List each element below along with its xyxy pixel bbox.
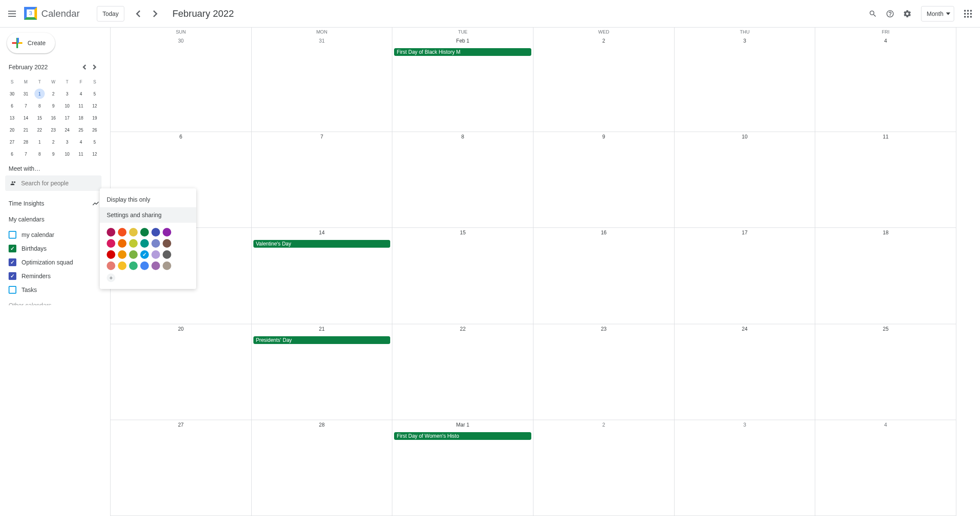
color-swatch[interactable]: [107, 228, 115, 236]
mini-day[interactable]: 18: [74, 112, 88, 124]
color-swatch[interactable]: [163, 228, 171, 236]
mini-day[interactable]: 11: [74, 148, 88, 160]
calendar-item[interactable]: Birthdays: [5, 242, 102, 255]
color-swatch[interactable]: [118, 239, 126, 248]
day-cell[interactable]: 15: [392, 228, 533, 323]
calendar-checkbox[interactable]: [9, 231, 16, 239]
mini-day[interactable]: 15: [33, 112, 46, 124]
color-swatch[interactable]: [107, 250, 115, 259]
menu-display-only[interactable]: Display this only: [100, 192, 196, 207]
day-cell[interactable]: 27: [111, 420, 252, 516]
color-swatch[interactable]: [163, 250, 171, 259]
mini-day[interactable]: 6: [5, 148, 19, 160]
day-cell[interactable]: 21Presidents' Day: [252, 324, 393, 420]
color-swatch[interactable]: [107, 239, 115, 248]
mini-day[interactable]: 5: [88, 88, 102, 100]
mini-day[interactable]: 16: [46, 112, 60, 124]
mini-day[interactable]: 7: [19, 100, 33, 112]
day-cell[interactable]: 18: [815, 228, 956, 323]
mini-day[interactable]: 8: [33, 100, 46, 112]
mini-day[interactable]: 14: [19, 112, 33, 124]
mini-day[interactable]: 7: [19, 148, 33, 160]
mini-day[interactable]: 2: [46, 136, 60, 148]
today-button[interactable]: Today: [97, 6, 124, 22]
calendar-item[interactable]: Reminders: [5, 269, 102, 283]
settings-button[interactable]: [899, 5, 916, 22]
mini-day[interactable]: 5: [88, 136, 102, 148]
color-swatch[interactable]: [129, 261, 138, 270]
event-chip[interactable]: First Day of Black History M: [394, 48, 531, 56]
day-cell[interactable]: 24: [675, 324, 816, 420]
day-cell[interactable]: Feb 1First Day of Black History M: [392, 36, 533, 132]
color-swatch[interactable]: [107, 261, 115, 270]
event-chip[interactable]: Valentine's Day: [253, 240, 391, 248]
day-cell[interactable]: 9: [533, 132, 675, 227]
mini-day[interactable]: 1: [33, 136, 46, 148]
calendar-item[interactable]: Tasks: [5, 283, 102, 297]
mini-day[interactable]: 4: [74, 88, 88, 100]
time-insights-row[interactable]: Time Insights: [5, 196, 102, 211]
color-swatch[interactable]: [118, 228, 126, 236]
day-cell[interactable]: 8: [392, 132, 533, 227]
search-people-field[interactable]: [5, 175, 102, 191]
color-swatch[interactable]: [140, 261, 149, 270]
day-cell[interactable]: 30: [111, 36, 252, 132]
mini-day[interactable]: 2: [46, 88, 60, 100]
google-apps-button[interactable]: [959, 5, 977, 22]
mini-day[interactable]: 21: [19, 124, 33, 136]
event-chip[interactable]: Presidents' Day: [253, 336, 391, 344]
calendar-item[interactable]: my calendar: [5, 228, 102, 242]
mini-day[interactable]: 20: [5, 124, 19, 136]
color-swatch[interactable]: [151, 228, 160, 236]
color-swatch[interactable]: [151, 250, 160, 259]
mini-day[interactable]: 30: [5, 88, 19, 100]
mini-day[interactable]: 26: [88, 124, 102, 136]
mini-day[interactable]: 27: [5, 136, 19, 148]
calendar-checkbox[interactable]: [9, 245, 16, 252]
day-cell[interactable]: 25: [815, 324, 956, 420]
color-swatch[interactable]: [140, 228, 149, 236]
mini-day[interactable]: 3: [60, 136, 74, 148]
search-people-input[interactable]: [21, 180, 96, 187]
color-swatch[interactable]: [140, 239, 149, 248]
day-cell[interactable]: Mar 1First Day of Women's Histo: [392, 420, 533, 516]
color-swatch[interactable]: [151, 261, 160, 270]
menu-settings-sharing[interactable]: Settings and sharing: [100, 207, 196, 223]
mini-day[interactable]: 24: [60, 124, 74, 136]
mini-day[interactable]: 10: [60, 100, 74, 112]
mini-day[interactable]: 23: [46, 124, 60, 136]
color-swatch[interactable]: [151, 239, 160, 248]
calendar-item[interactable]: Optimization squad: [5, 255, 102, 269]
color-swatch[interactable]: [118, 261, 126, 270]
day-cell[interactable]: 4: [815, 36, 956, 132]
create-button[interactable]: Create: [7, 33, 55, 53]
day-cell[interactable]: 23: [533, 324, 675, 420]
calendar-checkbox[interactable]: [9, 286, 16, 294]
day-cell[interactable]: 20: [111, 324, 252, 420]
mini-day[interactable]: 1: [33, 88, 46, 100]
mini-day[interactable]: 12: [88, 100, 102, 112]
mini-day[interactable]: 28: [19, 136, 33, 148]
mini-day[interactable]: 4: [74, 136, 88, 148]
mini-day[interactable]: 22: [33, 124, 46, 136]
day-cell[interactable]: 7: [252, 132, 393, 227]
day-cell[interactable]: 11: [815, 132, 956, 227]
color-swatch[interactable]: [163, 261, 171, 270]
color-swatch[interactable]: [140, 250, 149, 259]
event-chip[interactable]: First Day of Women's Histo: [394, 432, 531, 440]
mini-day[interactable]: 17: [60, 112, 74, 124]
mini-day[interactable]: 12: [88, 148, 102, 160]
calendar-checkbox[interactable]: [9, 272, 16, 280]
color-swatch[interactable]: [129, 228, 138, 236]
color-swatch[interactable]: [129, 250, 138, 259]
color-swatch[interactable]: [129, 239, 138, 248]
mini-day[interactable]: 31: [19, 88, 33, 100]
mini-day[interactable]: 9: [46, 148, 60, 160]
day-cell[interactable]: 10: [675, 132, 816, 227]
next-period-button[interactable]: [147, 5, 164, 22]
other-calendars-title[interactable]: Other calendars: [5, 297, 102, 305]
day-cell[interactable]: 4: [815, 420, 956, 516]
main-menu-button[interactable]: [3, 5, 21, 22]
add-custom-color[interactable]: +: [107, 273, 115, 282]
mini-day[interactable]: 6: [5, 100, 19, 112]
